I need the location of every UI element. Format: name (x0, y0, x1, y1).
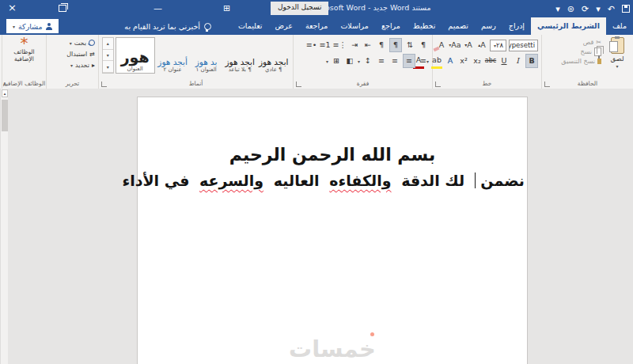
style-heading1[interactable]: بد هوز العنوان ١ (190, 37, 222, 74)
ribbon-display-options-icon[interactable]: ⊞ (223, 2, 230, 14)
find-button[interactable]: بحث ▾ (50, 37, 95, 48)
font-name-combobox[interactable]: Arabic Typesetti ▾ (509, 40, 538, 51)
change-case-button[interactable]: Aa▾ (449, 39, 461, 51)
subscript-button[interactable]: x₂ (472, 55, 483, 67)
gallery-up-icon[interactable]: ▴ (103, 38, 113, 50)
tell-me-label: أخبرني بما تريد القيام به (124, 22, 200, 31)
find-dropdown-icon: ▾ (70, 40, 72, 46)
justify-button[interactable]: ≡ (376, 55, 387, 67)
numbered-list-button[interactable]: 1≡ (320, 39, 331, 51)
replace-button[interactable]: ⇄ استبدال (50, 48, 95, 59)
underline-button[interactable]: U (498, 55, 510, 67)
show-paragraph-marks-button[interactable]: ¶ (418, 39, 429, 51)
tab-layout[interactable]: تخطيط (407, 17, 442, 35)
vertical-scrollbar[interactable]: ▴ (0, 89, 8, 364)
copy-label: نسخ (580, 48, 592, 55)
line-spacing-button[interactable]: ↕ (362, 55, 373, 67)
gallery-more-icon[interactable]: ▾ (103, 61, 113, 73)
decrease-indent-button[interactable]: ⇤ (362, 39, 373, 51)
text-effects-button[interactable]: A (445, 55, 456, 67)
style-name: العنوان (127, 66, 143, 72)
tab-review[interactable]: مراجعة (299, 17, 335, 35)
clipboard-group-label: الحافظة (542, 78, 633, 89)
undo-icon[interactable]: ↶ (608, 5, 615, 13)
document-page[interactable]: بسم الله الرحمن الرحيم نضمن لك الدقة وال… (137, 97, 528, 364)
font-dialog-launcher-icon[interactable] (435, 82, 441, 87)
select-cursor-icon: ▸ (92, 62, 95, 69)
align-right-button[interactable]: ≡ (418, 55, 429, 67)
superscript-button[interactable]: x² (458, 55, 469, 67)
ribbon-tab-row: ملف الشريط الرئيسي إدراج رسم تصميم تخطيط… (0, 17, 633, 35)
style-sample: بد هوز (195, 57, 218, 66)
ltr-text-direction-button[interactable]: ¶ (376, 39, 387, 51)
align-left-button[interactable]: ≡ (389, 55, 400, 67)
tab-file[interactable]: ملف (606, 17, 633, 35)
tab-draw[interactable]: رسم (475, 17, 502, 35)
format-painter-button[interactable]: نسخ التنسيق (561, 58, 601, 65)
copy-button[interactable]: نسخ (561, 47, 601, 56)
editing-group: بحث ▾ ⇄ استبدال ▸ تحديد ▾ تحرير (46, 35, 98, 89)
paste-button[interactable]: لصق ▾ (605, 37, 630, 78)
tab-mailings[interactable]: مراسلات (334, 17, 375, 35)
word: في الأداء (122, 172, 189, 189)
line-spacing-dropdown-icon[interactable]: ▾ (358, 59, 360, 64)
bold-button[interactable]: B (525, 54, 538, 68)
share-button[interactable]: مشاركة ▾ (6, 19, 59, 33)
tab-insert[interactable]: إدراج (502, 17, 531, 35)
align-center-button[interactable]: ≡ (403, 54, 415, 68)
sign-in-button[interactable]: تسجيل الدخول (271, 2, 328, 15)
cut-button[interactable]: ✂ قص (561, 39, 601, 46)
clear-formatting-button[interactable]: A (436, 39, 447, 51)
format-painter-label: نسخ التنسيق (561, 58, 595, 65)
restore-icon[interactable] (59, 5, 66, 12)
collapse-ribbon-icon[interactable]: ∧ (2, 81, 7, 88)
increase-indent-button[interactable]: ⇥ (349, 39, 360, 51)
shading-button[interactable]: ◧ (344, 55, 355, 67)
tab-help[interactable]: تعليمات (232, 17, 269, 35)
document-line-basmala[interactable]: بسم الله الرحمن الرحيم (138, 143, 527, 167)
font-size-combobox[interactable]: ٢٨ ▾ (490, 40, 506, 51)
save-icon[interactable] (622, 5, 630, 13)
tell-me-box[interactable]: أخبرني بما تريد القيام به (124, 17, 211, 35)
tab-references[interactable]: مراجع (375, 17, 407, 35)
styles-dialog-launcher-icon[interactable] (101, 82, 107, 87)
style-heading2[interactable]: أبجد هوز عنوان ٢ (157, 37, 189, 74)
addins-button[interactable]: * الوظائف الإضافية (6, 37, 43, 63)
gallery-down-icon[interactable]: ▾ (103, 50, 113, 62)
style-no-spacing[interactable]: ابجد هوز ¶ بلا تباعد (224, 37, 256, 74)
styles-gallery: ابجد هوز ¶ عادي ابجد هوز ¶ بلا تباعد بد … (102, 37, 290, 74)
tab-view[interactable]: عرض (268, 17, 298, 35)
repeat-icon[interactable]: ⟳ (582, 5, 589, 13)
bullet-list-button[interactable]: •≡ (306, 39, 317, 51)
borders-button[interactable]: ⊞ (331, 55, 342, 67)
text-highlight-button[interactable]: ab (431, 54, 442, 69)
shrink-font-button[interactable]: A▾ (463, 39, 474, 51)
grow-font-button[interactable]: A▴ (476, 39, 487, 51)
sort-button[interactable]: ⇅ (404, 39, 415, 51)
document-line-slogan[interactable]: نضمن لك الدقة والكفاءه العاليه والسرعه ف… (138, 169, 527, 192)
paragraph-dialog-launcher-icon[interactable] (296, 82, 301, 87)
rtl-text-direction-button[interactable]: ¶ (389, 38, 402, 52)
select-button[interactable]: ▸ تحديد ▾ (50, 59, 95, 70)
italic-button[interactable]: I (512, 55, 523, 67)
multilevel-list-button[interactable]: ⋮≡ (333, 39, 347, 51)
clipboard-dialog-launcher-icon[interactable] (544, 82, 550, 87)
undo-dropdown-icon[interactable]: ▾ (596, 5, 601, 13)
style-title-selected[interactable]: هور العنوان (116, 37, 155, 74)
styles-gallery-scrollbar: ▴ ▾ ▾ (102, 37, 114, 74)
grow-font-arrow-icon: ▴ (478, 43, 480, 47)
share-label: مشاركة (18, 22, 43, 31)
scroll-up-icon[interactable]: ▴ (2, 89, 8, 97)
scrollbar-thumb[interactable] (2, 100, 8, 131)
word: نضمن (480, 172, 525, 189)
document-text[interactable]: بسم الله الرحمن الرحيم نضمن لك الدقة وال… (138, 97, 527, 192)
strikethrough-button[interactable]: abc (485, 55, 496, 67)
customize-quick-access-icon[interactable]: ▾ (555, 5, 560, 13)
minimize-icon[interactable]: — (154, 2, 162, 14)
touch-mode-icon[interactable]: ⊚ (567, 5, 574, 13)
close-icon[interactable]: × (8, 2, 17, 13)
tab-design[interactable]: تصميم (442, 17, 475, 35)
borders-dropdown-icon[interactable]: ▾ (326, 59, 328, 64)
style-normal[interactable]: ابجد هوز ¶ عادي (257, 37, 290, 74)
tab-home[interactable]: الشريط الرئيسي (531, 17, 606, 35)
